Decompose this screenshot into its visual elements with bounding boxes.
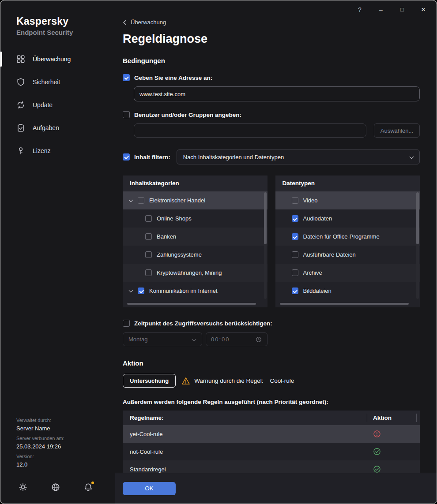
table-row[interactable]: not-Cool-rule: [123, 443, 420, 460]
managed-by-value: Server Name: [16, 425, 64, 432]
tasks-icon: [16, 123, 25, 132]
warning-rule-name: Cool-rule: [270, 377, 294, 384]
back-link[interactable]: Überwachung: [123, 19, 166, 26]
checkbox[interactable]: [145, 233, 152, 240]
maximize-button[interactable]: □: [397, 4, 407, 15]
chevron-down-icon[interactable]: [129, 288, 133, 292]
globe-icon[interactable]: [51, 482, 60, 492]
category-row[interactable]: Zahlungssysteme: [123, 246, 267, 264]
vertical-scrollbar[interactable]: [264, 192, 267, 299]
filter-select[interactable]: Nach Inhaltskategorien und Datentypen: [177, 149, 420, 164]
version-label: Version:: [16, 454, 64, 460]
address-input[interactable]: [134, 86, 420, 101]
filter-panels: Inhaltskategorien Elektronischer Handel …: [123, 175, 420, 307]
bell-icon[interactable]: [83, 482, 93, 492]
category-row[interactable]: Banken: [123, 228, 267, 246]
clock-icon: [255, 336, 262, 343]
scrollbar-thumb[interactable]: [264, 192, 267, 244]
time-field[interactable]: 00:00: [206, 332, 267, 346]
conditions-heading: Bedingungen: [123, 57, 420, 64]
ok-button[interactable]: OK: [123, 482, 176, 495]
close-button[interactable]: ×: [418, 4, 429, 15]
checkbox[interactable]: [292, 215, 298, 222]
inspect-button[interactable]: Untersuchung: [123, 374, 176, 388]
scrollbar-thumb[interactable]: [127, 303, 256, 305]
scrollbar-thumb[interactable]: [416, 192, 419, 244]
sidebar-item-ueberwachung[interactable]: Überwachung: [0, 48, 115, 71]
checkbox[interactable]: [292, 233, 298, 240]
category-row[interactable]: Elektronischer Handel: [123, 191, 267, 209]
checkbox[interactable]: [138, 197, 144, 204]
sidebar-item-lizenz[interactable]: Lizenz: [0, 139, 115, 162]
horizontal-scrollbar[interactable]: [127, 303, 260, 305]
datatype-row[interactable]: Video: [275, 191, 420, 209]
category-label: Online-Shops: [157, 215, 192, 222]
users-checkbox-row[interactable]: Benutzer und/oder Gruppen angeben:: [123, 111, 241, 118]
datatype-row[interactable]: Bilddateien: [275, 282, 420, 300]
sidebar-item-sicherheit[interactable]: Sicherheit: [0, 71, 115, 93]
sidebar: Kaspersky Endpoint Security Überwachung …: [0, 0, 115, 504]
filter-checkbox[interactable]: [123, 153, 130, 161]
action-row: Untersuchung Warnung durch die Regel: Co…: [123, 374, 420, 388]
category-label: Kryptowährungen, Mining: [157, 269, 222, 276]
checkbox[interactable]: [292, 251, 298, 258]
users-checkbox[interactable]: [123, 111, 130, 118]
category-row[interactable]: Kommunikation im Internet: [123, 282, 267, 300]
checkbox[interactable]: [292, 197, 298, 204]
gear-icon[interactable]: [18, 482, 28, 492]
minimize-button[interactable]: –: [376, 4, 386, 15]
time-label: Zeitpunkt des Zugriffsversuchs berücksic…: [134, 320, 272, 327]
sidebar-item-label: Update: [33, 101, 53, 108]
vertical-scrollbar[interactable]: [416, 192, 419, 299]
day-select-value: Montag: [128, 336, 147, 343]
sidebar-item-aufgaben[interactable]: Aufgaben: [0, 116, 115, 139]
category-label: Kommunikation im Internet: [149, 287, 218, 294]
address-checkbox-row[interactable]: Geben Sie eine Adresse an:: [123, 74, 212, 81]
datatype-row[interactable]: Archive: [275, 264, 420, 282]
key-icon: [16, 146, 25, 155]
datatype-label: Video: [303, 197, 318, 204]
footer-bar: OK: [115, 473, 437, 504]
datatype-row[interactable]: Dateien für Office-Programme: [275, 228, 420, 246]
table-row[interactable]: yet-Cool-rule: [123, 425, 420, 443]
blocked-status-icon: [373, 430, 381, 438]
rule-name-cell: Standardregel: [123, 466, 367, 473]
chevron-down-icon[interactable]: [129, 198, 133, 202]
help-button[interactable]: ?: [354, 4, 365, 15]
checkbox[interactable]: [292, 269, 298, 276]
category-label: Zahlungssysteme: [157, 251, 202, 258]
checkbox[interactable]: [292, 287, 298, 294]
sidebar-item-label: Aufgaben: [33, 124, 59, 131]
datatypes-header: Datentypen: [275, 175, 420, 191]
choose-button[interactable]: Auswählen...: [374, 123, 420, 138]
users-label: Benutzer und/oder Gruppen angeben:: [134, 112, 241, 118]
address-checkbox[interactable]: [123, 74, 130, 81]
titlebar: ? – □ ×: [354, 0, 437, 19]
time-value: 00:00: [211, 336, 230, 343]
scrollbar-thumb[interactable]: [280, 303, 409, 305]
chevron-down-icon: [192, 337, 196, 342]
version-value: 12.0: [16, 461, 64, 468]
sidebar-item-label: Lizenz: [33, 147, 50, 154]
checkbox[interactable]: [145, 269, 152, 276]
sidebar-bottom-icons: [18, 482, 93, 492]
column-end-divider: [416, 411, 420, 425]
category-row[interactable]: Kryptowährungen, Mining: [123, 264, 267, 282]
server-connected-label: Server verbunden am:: [16, 436, 64, 442]
time-checkbox-row[interactable]: Zeitpunkt des Zugriffsversuchs berücksic…: [123, 320, 272, 327]
sidebar-item-label: Überwachung: [33, 56, 71, 63]
datatype-row[interactable]: Ausführbare Dateien: [275, 246, 420, 264]
checkbox[interactable]: [145, 251, 152, 258]
horizontal-scrollbar[interactable]: [280, 303, 413, 305]
categories-panel: Inhaltskategorien Elektronischer Handel …: [123, 175, 267, 307]
refresh-icon: [16, 101, 25, 109]
day-select[interactable]: Montag: [123, 332, 202, 346]
checkbox[interactable]: [138, 287, 144, 294]
datatype-row[interactable]: Audiodaten: [275, 209, 420, 228]
checkbox[interactable]: [145, 215, 152, 222]
page-title: Regeldiagnose: [123, 32, 420, 46]
category-row[interactable]: Online-Shops: [123, 209, 267, 228]
users-input[interactable]: [134, 123, 366, 138]
sidebar-item-update[interactable]: Update: [0, 93, 115, 116]
time-checkbox[interactable]: [123, 320, 130, 327]
